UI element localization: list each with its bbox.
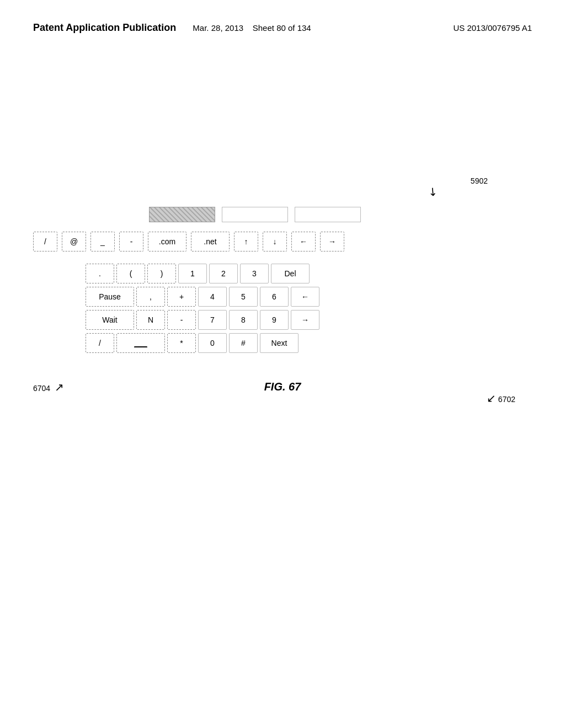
input-box-empty-1[interactable] xyxy=(222,207,288,222)
numpad-row-2: Pause , + 4 5 6 ← xyxy=(86,287,319,307)
key-n[interactable]: N xyxy=(136,310,165,330)
url-keyboard-row: / @ _ - .com .net ↑ ↓ ← → xyxy=(33,232,347,251)
key-4[interactable]: 4 xyxy=(198,287,227,307)
key-wait[interactable]: Wait xyxy=(86,310,134,330)
key-hyphen[interactable]: - xyxy=(119,232,143,251)
page-header: Patent Application Publication Mar. 28, … xyxy=(33,22,532,34)
key-1[interactable]: 1 xyxy=(178,264,207,283)
key-slash[interactable]: / xyxy=(33,232,57,251)
key-3[interactable]: 3 xyxy=(240,264,269,283)
key-left-arrow[interactable]: ← xyxy=(291,232,316,251)
numpad-row-4: / ___ * 0 # Next xyxy=(86,333,319,353)
callout-6702-label: ↙ 6702 xyxy=(487,392,515,405)
input-box-filled[interactable] xyxy=(149,207,215,222)
key-del[interactable]: Del xyxy=(271,264,310,283)
figure-label: FIG. 67 xyxy=(264,381,301,393)
arrow-5902: ↘ xyxy=(425,183,441,199)
key-7[interactable]: 7 xyxy=(198,310,227,330)
key-dotcom[interactable]: .com xyxy=(148,232,186,251)
key-next[interactable]: Next xyxy=(260,333,299,353)
key-up-arrow[interactable]: ↑ xyxy=(234,232,258,251)
key-at[interactable]: @ xyxy=(62,232,86,251)
key-down-arrow[interactable]: ↓ xyxy=(263,232,287,251)
key-9[interactable]: 9 xyxy=(260,310,289,330)
callout-5902-label: 5902 xyxy=(471,176,488,185)
key-dotnet[interactable]: .net xyxy=(191,232,230,251)
key-close-paren[interactable]: ) xyxy=(147,264,176,283)
key-open-paren[interactable]: ( xyxy=(116,264,145,283)
key-underscore[interactable]: _ xyxy=(90,232,115,251)
key-0[interactable]: 0 xyxy=(198,333,227,353)
input-box-empty-2[interactable] xyxy=(295,207,361,222)
callout-6704-label: 6704 ↗ xyxy=(33,381,64,394)
key-6[interactable]: 6 xyxy=(260,287,289,307)
key-pause[interactable]: Pause xyxy=(86,287,134,307)
key-backspace[interactable]: ← xyxy=(291,287,319,307)
key-forward-arrow[interactable]: → xyxy=(291,310,319,330)
key-minus[interactable]: - xyxy=(167,310,196,330)
key-2[interactable]: 2 xyxy=(209,264,238,283)
numpad-section: . ( ) 1 2 3 Del Pause , + 4 5 6 ← Wait N… xyxy=(86,264,319,356)
key-asterisk[interactable]: * xyxy=(167,333,196,353)
key-underscore-2[interactable]: ___ xyxy=(116,333,165,353)
key-slash-2[interactable]: / xyxy=(86,333,114,353)
publication-date: Mar. 28, 2013 Sheet 80 of 134 xyxy=(193,23,311,33)
key-5[interactable]: 5 xyxy=(229,287,258,307)
key-right-arrow[interactable]: → xyxy=(320,232,344,251)
patent-number: US 2013/0076795 A1 xyxy=(453,23,532,33)
numpad-row-3: Wait N - 7 8 9 → xyxy=(86,310,319,330)
key-period[interactable]: . xyxy=(86,264,114,283)
key-8[interactable]: 8 xyxy=(229,310,258,330)
key-plus[interactable]: + xyxy=(167,287,196,307)
numpad-row-1: . ( ) 1 2 3 Del xyxy=(86,264,319,283)
publication-title: Patent Application Publication xyxy=(33,22,176,34)
key-comma[interactable]: , xyxy=(136,287,165,307)
key-hash[interactable]: # xyxy=(229,333,258,353)
top-input-row xyxy=(149,207,361,222)
